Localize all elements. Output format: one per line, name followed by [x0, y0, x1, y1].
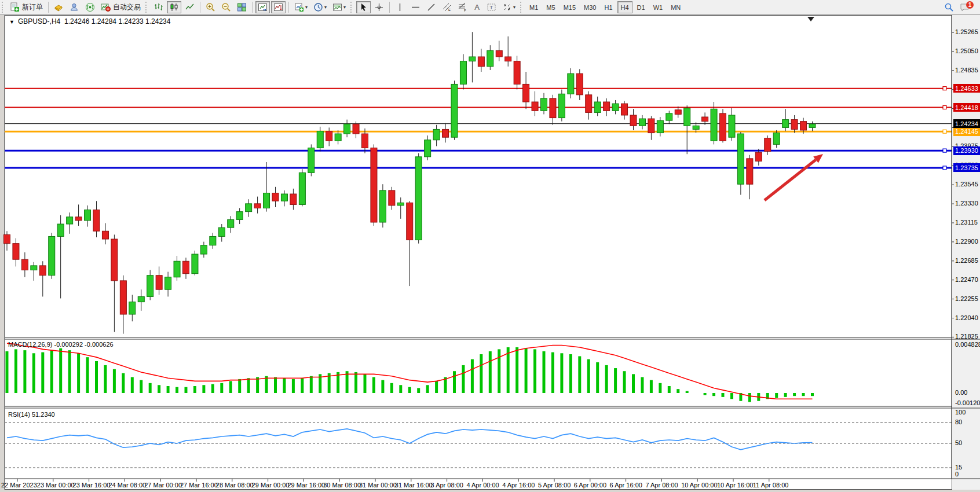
new-order-button[interactable]: 新订单	[8, 1, 45, 13]
auto-scroll-button[interactable]	[271, 1, 286, 13]
date-label[interactable]: 6 Apr 16:00	[610, 482, 642, 489]
date-label[interactable]: 29 Mar 00:00	[252, 482, 290, 489]
text-tool-button[interactable]: A	[471, 1, 483, 13]
crosshair-icon	[374, 2, 384, 12]
price-line-badge-1.24633: 1.24633	[953, 84, 980, 93]
tile-windows-button[interactable]	[235, 1, 249, 13]
search-button[interactable]	[942, 1, 956, 13]
date-label[interactable]: 29 Mar 16:00	[287, 482, 325, 489]
date-label[interactable]: 3 Apr 08:00	[431, 482, 463, 489]
date-label[interactable]: 7 Apr 08:00	[645, 482, 678, 489]
market-watch-button[interactable]	[52, 1, 66, 13]
new-order-label: 新订单	[22, 2, 43, 12]
date-label[interactable]: 23 Mar 00:00	[37, 482, 75, 489]
period-button[interactable]: ▾	[311, 1, 329, 13]
date-label[interactable]: 30 Mar 08:00	[323, 482, 361, 489]
timeframe-button-M30[interactable]: M30	[580, 1, 599, 13]
timeframe-button-M1[interactable]: M1	[526, 1, 542, 13]
date-label[interactable]: 31 Mar 16:00	[395, 482, 433, 489]
price-chart[interactable]	[0, 0, 980, 492]
date-label[interactable]: 4 Apr 16:00	[502, 482, 535, 489]
notifications-button[interactable]: 1	[957, 1, 976, 13]
rsi-axis-label: 0	[955, 471, 959, 478]
date-label[interactable]: 31 Mar 00:00	[359, 482, 397, 489]
date-label[interactable]: 28 Mar 08:00	[216, 482, 254, 489]
arrows-tool-button[interactable]: ▾	[500, 1, 518, 13]
timeframe-button-MN[interactable]: MN	[667, 1, 684, 13]
main-toolbar: 新订单 自动交易 ▾ ▾	[0, 0, 980, 15]
timeframe-button-M5[interactable]: M5	[543, 1, 558, 13]
timeframe-button-H1[interactable]: H1	[601, 1, 616, 13]
horizontal-lines-layer	[5, 89, 952, 168]
new-order-icon	[10, 2, 20, 12]
timeframe-button-D1[interactable]: D1	[634, 1, 649, 13]
date-label[interactable]: 22 Mar 2023	[1, 482, 37, 489]
text-label-tool-button[interactable]: T	[484, 1, 499, 13]
new-chart-button[interactable]: ▾	[292, 1, 310, 13]
timeframe-button-W1[interactable]: W1	[650, 1, 667, 13]
candles-layer	[4, 32, 816, 333]
line-chart-icon	[185, 2, 195, 12]
auto-trading-icon	[101, 2, 111, 12]
new-chart-caret: ▾	[305, 5, 308, 10]
vertical-line-icon	[395, 2, 405, 12]
tile-windows-icon	[237, 2, 247, 12]
price-tick-label: 1.22685	[955, 257, 978, 264]
date-label[interactable]: 23 Mar 16:00	[73, 482, 111, 489]
rsi-value: 51.2340	[32, 411, 55, 418]
auto-scroll-icon	[273, 2, 283, 12]
chart-menu-icon[interactable]: ▼	[9, 19, 14, 25]
line-chart-type-button[interactable]	[182, 1, 197, 13]
overlay-layer	[5, 16, 980, 482]
candlestick-chart-type-button[interactable]	[167, 1, 181, 13]
fibonacci-tool-button[interactable]: F	[455, 1, 470, 13]
price-tick-label: 1.22255	[955, 295, 978, 302]
vertical-line-tool-button[interactable]	[393, 1, 407, 13]
price-tick-label: 1.25050	[955, 47, 978, 54]
date-label[interactable]: 11 Apr 08:00	[753, 482, 789, 489]
signal-icon	[85, 2, 95, 12]
date-label[interactable]: 10 Apr 16:00	[717, 482, 753, 489]
date-label[interactable]: 10 Apr 00:00	[681, 482, 717, 489]
cursor-tool-button[interactable]	[356, 1, 371, 13]
rsi-axis-label: 80	[955, 418, 962, 425]
crosshair-tool-button[interactable]	[372, 1, 386, 13]
zoom-in-button[interactable]	[203, 1, 218, 13]
signals-button[interactable]	[83, 1, 97, 13]
candlestick-icon	[169, 2, 179, 12]
date-label[interactable]: 4 Apr 00:00	[466, 482, 499, 489]
clock-icon	[313, 2, 323, 12]
user-icon	[70, 2, 79, 12]
date-label[interactable]: 27 Mar 00:00	[144, 482, 182, 489]
zoom-out-button[interactable]	[219, 1, 233, 13]
date-label[interactable]: 5 Apr 08:00	[538, 482, 571, 489]
date-label[interactable]: 24 Mar 08:00	[108, 482, 146, 489]
rsi-line	[7, 429, 813, 450]
date-label[interactable]: 6 Apr 00:00	[574, 482, 606, 489]
zoom-in-icon	[206, 2, 215, 12]
line-handle	[943, 130, 946, 133]
timeframe-button-M15[interactable]: M15	[560, 1, 579, 13]
channel-tool-button[interactable]: E	[440, 1, 454, 13]
price-tick-label: 1.21825	[955, 333, 978, 340]
bar-chart-icon	[153, 2, 163, 12]
trendline-tool-button[interactable]	[424, 1, 438, 13]
price-tick-label: 1.25265	[955, 28, 978, 35]
line-handle	[943, 106, 946, 109]
date-label[interactable]: 27 Mar 16:00	[180, 482, 218, 489]
community-button[interactable]	[67, 1, 82, 13]
auto-trading-button[interactable]: 自动交易	[98, 1, 143, 13]
bar-chart-type-button[interactable]	[151, 1, 166, 13]
price-tick-label: 1.23545	[955, 181, 978, 188]
timeframe-button-H4[interactable]: H4	[617, 1, 632, 13]
symbol-period-label: GBPUSD-,H4	[18, 17, 60, 25]
market-watch-icon	[54, 2, 64, 12]
price-tick-label: 1.23115	[955, 219, 978, 226]
horizontal-line-tool-button[interactable]	[408, 1, 423, 13]
new-chart-icon	[294, 2, 304, 12]
fibonacci-icon: F	[458, 2, 467, 12]
text-label-icon: T	[487, 2, 496, 12]
data-window-button[interactable]	[255, 1, 270, 13]
templates-button[interactable]: ▾	[330, 1, 348, 13]
macd-axis-label: 0.00	[955, 389, 967, 396]
